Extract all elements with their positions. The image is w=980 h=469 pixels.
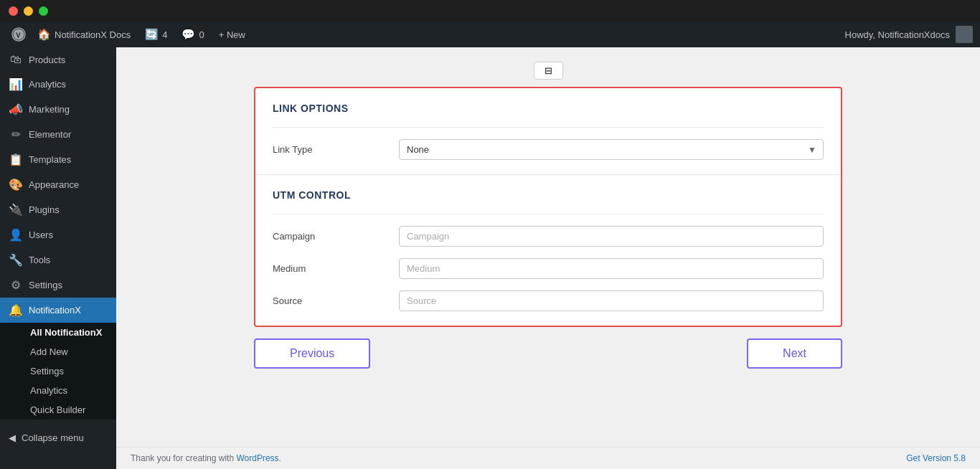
sidebar-label-tools: Tools xyxy=(29,255,50,265)
wp-admin-bar: 🏠 NotificationX Docs 🔄 4 💬 0 + New Howdy… xyxy=(0,22,980,47)
appearance-icon: 🎨 xyxy=(9,178,23,191)
sidebar-item-appearance[interactable]: 🎨 Appearance xyxy=(0,172,116,197)
footer-version[interactable]: Get Version 5.8 xyxy=(906,453,966,463)
traffic-light-green[interactable] xyxy=(39,6,48,16)
footer-credit: Thank you for creating with WordPress. xyxy=(131,453,281,463)
sidebar-label-templates: Templates xyxy=(29,154,71,165)
footer-version-text: Get Version 5.8 xyxy=(906,453,966,463)
submenu-item-add-new[interactable]: Add New xyxy=(0,342,116,361)
top-tab-bar: ⊟ xyxy=(131,62,966,80)
utm-control-title: UTM CONTROL xyxy=(273,189,824,201)
admin-bar-site-name: NotificationX Docs xyxy=(55,29,131,40)
collapse-arrow-icon: ◀ xyxy=(9,432,16,443)
comments-icon: 💬 xyxy=(182,28,195,41)
sidebar-label-users: Users xyxy=(29,229,53,240)
sidebar-item-templates[interactable]: 📋 Templates xyxy=(0,147,116,172)
next-button[interactable]: Next xyxy=(747,338,842,369)
source-label: Source xyxy=(273,295,387,306)
sidebar-label-marketing: Marketing xyxy=(29,104,70,115)
users-icon: 👤 xyxy=(9,228,23,242)
sidebar: 🛍 Products 📊 Analytics 📣 Marketing ✏ Ele… xyxy=(0,47,116,469)
sidebar-label-elementor: Elementor xyxy=(29,129,71,140)
link-type-select-wrapper: None Page Custom URL ▼ xyxy=(399,139,824,160)
admin-bar-site[interactable]: 🏠 NotificationX Docs xyxy=(30,22,138,47)
collapse-menu-label: Collapse menu xyxy=(22,432,84,443)
admin-bar-updates-count: 4 xyxy=(162,29,167,40)
sidebar-item-tools[interactable]: 🔧 Tools xyxy=(0,247,116,273)
medium-label: Medium xyxy=(273,263,387,274)
sidebar-item-notificationx[interactable]: 🔔 NotificationX xyxy=(0,298,116,323)
sidebar-label-appearance: Appearance xyxy=(29,179,79,190)
nav-buttons: Previous Next xyxy=(254,338,842,369)
source-row: Source xyxy=(273,290,824,311)
sidebar-item-elementor[interactable]: ✏ Elementor xyxy=(0,122,116,147)
wp-layout: 🛍 Products 📊 Analytics 📣 Marketing ✏ Ele… xyxy=(0,47,980,469)
elementor-icon: ✏ xyxy=(9,128,23,141)
sidebar-label-settings: Settings xyxy=(29,280,62,290)
wordpress-link[interactable]: WordPress xyxy=(236,453,278,463)
submenu-label-analytics: Analytics xyxy=(30,385,67,396)
plugins-icon: 🔌 xyxy=(9,203,23,217)
content-area: ⊟ LINK OPTIONS Link Type None Page xyxy=(116,47,980,447)
main-content: ⊟ LINK OPTIONS Link Type None Page xyxy=(116,47,980,469)
footer-period: . xyxy=(279,453,281,463)
sidebar-label-products: Products xyxy=(29,55,65,65)
updates-icon: 🔄 xyxy=(145,28,159,41)
medium-input-wrapper xyxy=(399,258,824,279)
submenu-label-quick-builder: Quick Builder xyxy=(30,404,85,415)
options-card: LINK OPTIONS Link Type None Page Custom … xyxy=(254,87,842,327)
sidebar-item-plugins[interactable]: 🔌 Plugins xyxy=(0,197,116,222)
submenu-item-all[interactable]: All NotificationX xyxy=(0,323,116,342)
campaign-input[interactable] xyxy=(399,226,824,247)
house-icon: 🏠 xyxy=(37,28,51,41)
campaign-input-wrapper xyxy=(399,226,824,247)
howdy-text: Howdy, NotificationXdocs xyxy=(845,29,950,40)
link-options-section: LINK OPTIONS Link Type None Page Custom … xyxy=(255,88,841,174)
sidebar-item-users[interactable]: 👤 Users xyxy=(0,222,116,247)
sidebar-label-analytics: Analytics xyxy=(29,79,66,90)
sidebar-item-analytics[interactable]: 📊 Analytics xyxy=(0,72,116,97)
tools-icon: 🔧 xyxy=(9,253,23,267)
submenu-item-settings[interactable]: Settings xyxy=(0,361,116,381)
link-type-label: Link Type xyxy=(273,144,387,155)
medium-input[interactable] xyxy=(399,258,824,279)
collapse-menu-button[interactable]: ◀ Collapse menu xyxy=(0,427,116,449)
campaign-label: Campaign xyxy=(273,231,387,242)
admin-bar-updates[interactable]: 🔄 4 xyxy=(138,22,174,47)
link-type-select[interactable]: None Page Custom URL xyxy=(399,139,824,160)
utm-control-divider xyxy=(273,214,824,214)
admin-bar-howdy: Howdy, NotificationXdocs xyxy=(845,26,973,43)
tab-toggle-button[interactable]: ⊟ xyxy=(534,62,563,80)
templates-icon: 📋 xyxy=(9,153,23,166)
title-bar xyxy=(0,0,980,22)
link-type-input: None Page Custom URL ▼ xyxy=(399,139,824,160)
admin-bar-comments-count: 0 xyxy=(199,29,204,40)
traffic-light-yellow[interactable] xyxy=(24,6,33,16)
sidebar-submenu: All NotificationX Add New Settings Analy… xyxy=(0,323,116,420)
submenu-label-all: All NotificationX xyxy=(30,327,102,338)
previous-button[interactable]: Previous xyxy=(254,338,370,369)
admin-bar-comments[interactable]: 💬 0 xyxy=(174,22,211,47)
submenu-item-analytics[interactable]: Analytics xyxy=(0,381,116,400)
settings-icon: ⚙ xyxy=(9,278,23,292)
link-options-divider xyxy=(273,127,824,128)
notificationx-icon: 🔔 xyxy=(9,303,23,317)
sidebar-label-plugins: Plugins xyxy=(29,204,60,215)
utm-control-section: UTM CONTROL Campaign Medium xyxy=(255,174,841,326)
traffic-light-red[interactable] xyxy=(9,6,18,16)
sidebar-item-settings[interactable]: ⚙ Settings xyxy=(0,273,116,298)
submenu-label-settings: Settings xyxy=(30,366,64,376)
source-input-wrapper xyxy=(399,290,824,311)
wordpress-link-text: WordPress xyxy=(236,453,278,463)
sidebar-item-marketing[interactable]: 📣 Marketing xyxy=(0,97,116,122)
admin-bar-new[interactable]: + New xyxy=(212,22,253,47)
wp-logo-icon[interactable] xyxy=(7,23,30,46)
source-input[interactable] xyxy=(399,290,824,311)
sidebar-item-products[interactable]: 🛍 Products xyxy=(0,47,116,72)
sidebar-label-notificationx: NotificationX xyxy=(29,305,81,316)
submenu-item-quick-builder[interactable]: Quick Builder xyxy=(0,400,116,420)
marketing-icon: 📣 xyxy=(9,103,23,116)
wp-footer: Thank you for creating with WordPress. G… xyxy=(116,447,980,469)
admin-avatar xyxy=(956,26,973,43)
analytics-icon: 📊 xyxy=(9,77,23,91)
